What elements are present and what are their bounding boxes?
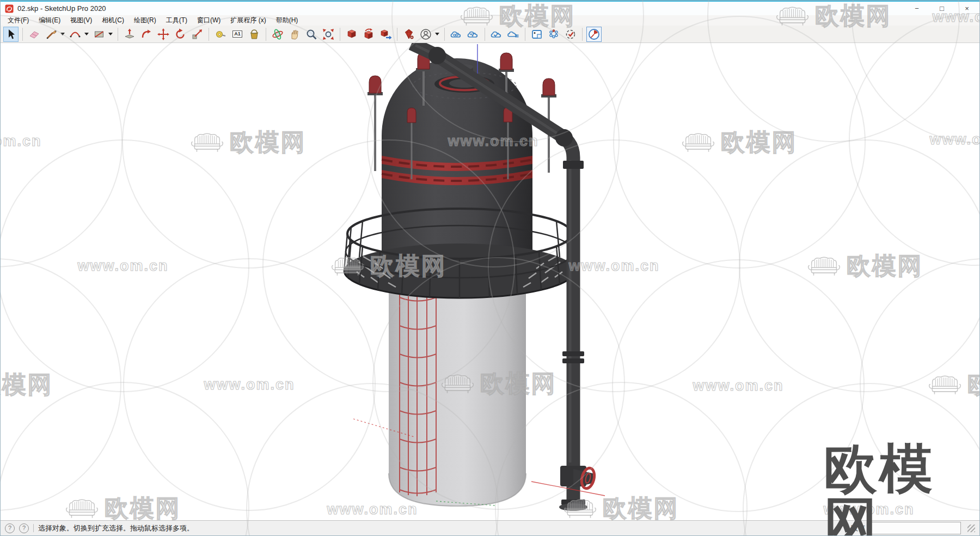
tape-measure-icon [214,28,227,41]
measurement-input[interactable] [869,522,961,534]
zoom-extents-icon [322,28,335,41]
menu-edit[interactable]: 编辑(E) [34,15,65,26]
cloud-link-icon [449,28,463,41]
rotate-icon [174,28,187,41]
paint-bucket-tool-button[interactable] [247,27,262,42]
resize-grip[interactable] [967,525,975,532]
maximize-button[interactable]: □ [929,2,954,15]
close-button[interactable]: × [954,2,979,15]
window-controls: − □ × [904,2,979,15]
text-icon: A1 [232,31,242,38]
orbit-tool-button[interactable] [270,27,285,42]
cloud-lines-icon [506,28,520,41]
arc-tool-caret[interactable] [84,33,89,35]
move-tool-button[interactable] [156,27,171,42]
account-caret[interactable] [435,33,439,35]
pan-tool-button[interactable] [287,27,302,42]
menu-file[interactable]: 文件(F) [3,15,34,26]
select-icon [4,28,17,41]
rectangle-tool-caret[interactable] [108,33,113,35]
measurements-area: 数值 [846,522,975,534]
minimize-button[interactable]: − [904,2,929,15]
lower-tank[interactable] [389,291,526,506]
window-title: 02.skp - SketchUp Pro 2020 [17,4,106,13]
measure-divider [846,524,847,532]
text-tool-button[interactable]: A1 [230,27,245,42]
share-model-button[interactable] [361,27,376,42]
title-bar: 02.skp - SketchUp Pro 2020 − □ × [1,1,979,15]
zoom-tool-button[interactable] [304,27,319,42]
cloud-sync-button[interactable] [489,27,504,42]
zoom-icon [305,28,318,41]
cloud-nodes-icon [466,28,480,41]
cloud-share-button[interactable] [465,27,481,42]
measurement-label: 数值 [851,523,865,533]
status-hint: 选择对象。切换到扩充选择。拖动鼠标选择多项。 [38,523,194,533]
warehouse-box-icon [345,28,358,41]
tape-measure-tool-button[interactable] [213,27,228,42]
molecule-tool-button[interactable] [546,27,561,42]
molecule-icon [547,28,560,41]
3d-warehouse-button[interactable] [344,27,359,42]
line-tool-button[interactable] [44,27,59,42]
browser-tool-button[interactable] [586,27,602,42]
toolbar: A1 [1,26,979,43]
menu-window[interactable]: 窗口(W) [192,15,225,26]
move-icon [157,28,170,41]
arc-tool-button[interactable] [68,27,83,42]
follow-me-tool-button[interactable] [139,27,154,42]
geolocation-icon[interactable]: ? [5,523,15,533]
menu-bar: 文件(F) 编辑(E) 视图(V) 相机(C) 绘图(R) 工具(T) 窗口(W… [1,15,979,26]
menu-tools[interactable]: 工具(T) [161,15,192,26]
credits-icon[interactable]: ? [19,523,29,533]
follow-me-icon [140,28,153,41]
status-divider [33,524,34,532]
cloud-check-icon [489,28,504,41]
pan-hand-icon [288,28,301,41]
menu-help[interactable]: 帮助(H) [271,15,303,26]
trimble-connect-button[interactable] [449,27,464,42]
menu-draw[interactable]: 绘图(R) [129,15,161,26]
beacon-lamp [367,76,383,171]
share-model-icon [362,28,375,41]
arc-icon [69,28,82,41]
extension-gem-icon [402,28,415,41]
scale-tool-button[interactable] [189,27,205,42]
orbit-icon [271,28,284,41]
menu-camera[interactable]: 相机(C) [97,15,129,26]
menu-view[interactable]: 视图(V) [65,15,97,26]
scale-icon [191,28,204,41]
model-canvas[interactable] [1,43,979,520]
account-button[interactable] [418,27,433,42]
model-viewport[interactable] [1,43,979,520]
account-icon [419,28,432,41]
sync-check-button[interactable] [563,27,578,42]
menu-extensions[interactable]: 扩展程序 (x) [225,15,271,26]
sync-check-icon [564,28,577,41]
upper-vessel[interactable] [382,58,532,261]
sketchup-logo-icon [5,4,14,13]
eraser-icon [28,28,41,41]
sketchup-window: 02.skp - SketchUp Pro 2020 − □ × 文件(F) 编… [0,0,980,536]
share-component-icon [379,28,392,41]
rotate-tool-button[interactable] [173,27,188,42]
frame-tool-button[interactable] [529,27,544,42]
zoom-extents-tool-button[interactable] [321,27,336,42]
select-tool-button[interactable] [3,27,19,42]
frame-icon [530,28,543,41]
status-bar: ? ? 选择对象。切换到扩充选择。拖动鼠标选择多项。 数值 [1,520,979,535]
push-pull-tool-button[interactable] [122,27,137,42]
line-tool-caret[interactable] [60,33,65,35]
browser-icon [587,28,601,41]
rectangle-tool-button[interactable] [91,27,107,42]
paint-bucket-icon [248,28,261,41]
push-pull-icon [123,28,136,41]
pencil-icon [45,28,58,41]
cloud-details-button[interactable] [506,27,521,42]
extension-warehouse-button[interactable] [401,27,416,42]
rectangle-icon [93,28,106,41]
eraser-tool-button[interactable] [27,27,42,42]
share-component-button[interactable] [378,27,393,42]
